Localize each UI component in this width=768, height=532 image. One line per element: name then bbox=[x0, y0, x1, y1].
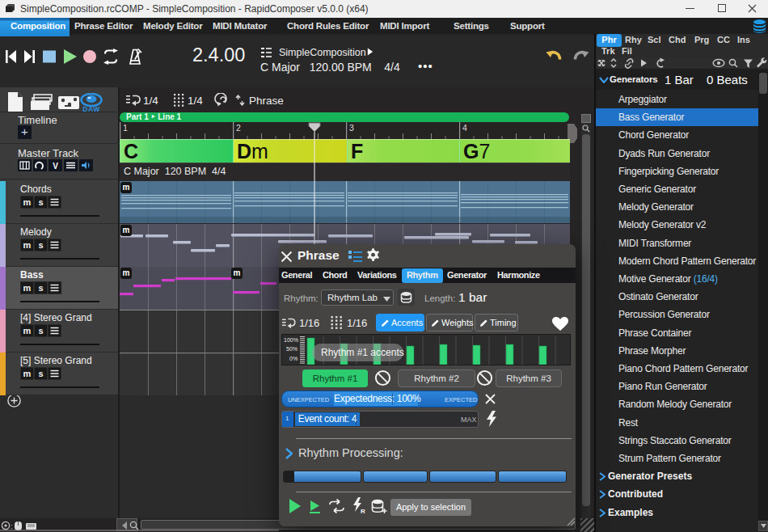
svg-text:m: m bbox=[23, 369, 32, 378]
svg-text:1: 1 bbox=[123, 123, 128, 133]
svg-text:3: 3 bbox=[349, 123, 354, 133]
svg-text:4: 4 bbox=[462, 123, 467, 133]
svg-text:s: s bbox=[38, 283, 43, 293]
svg-text:V: V bbox=[53, 162, 58, 171]
svg-text:1/4: 1/4 bbox=[143, 95, 158, 107]
svg-text:50%: 50% bbox=[286, 346, 297, 352]
svg-text:0%: 0% bbox=[289, 356, 297, 361]
svg-text:s: s bbox=[38, 326, 43, 336]
svg-text:s: s bbox=[38, 369, 43, 378]
svg-text:m: m bbox=[23, 326, 32, 336]
svg-text:Phrase: Phrase bbox=[249, 95, 284, 107]
svg-text:s: s bbox=[38, 240, 43, 250]
svg-text:R: R bbox=[361, 508, 365, 515]
svg-text:100%: 100% bbox=[284, 337, 298, 343]
svg-text:m: m bbox=[23, 283, 32, 293]
svg-text:s: s bbox=[38, 197, 43, 207]
svg-text:2: 2 bbox=[236, 123, 241, 133]
svg-text:m: m bbox=[23, 240, 32, 250]
svg-text:1/4: 1/4 bbox=[188, 95, 203, 107]
svg-text:m: m bbox=[23, 197, 32, 207]
